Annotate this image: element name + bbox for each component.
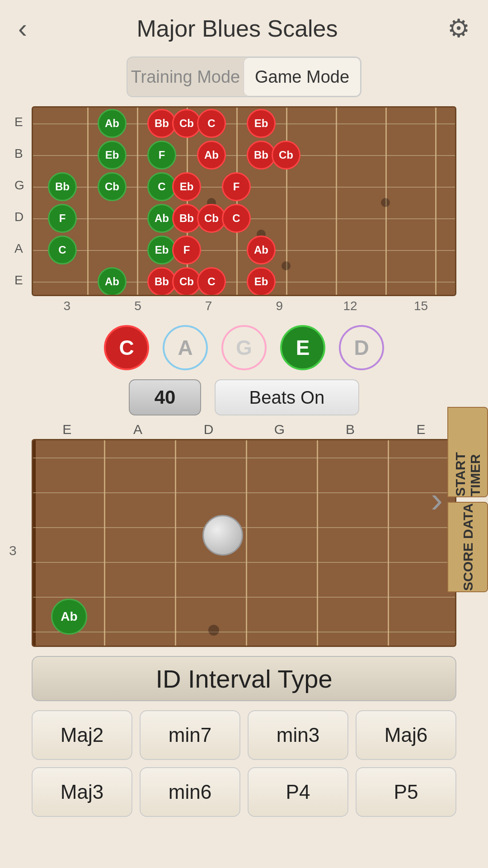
note-F-D[interactable]: F — [48, 204, 77, 233]
page-title: Major Blues Scales — [136, 15, 338, 42]
fret-line — [236, 108, 238, 295]
answer-Maj3[interactable]: Maj3 — [32, 767, 132, 817]
neck-section: E A D G B E 3 — [32, 420, 456, 647]
neck-string-labels: E A D G B E — [32, 420, 456, 439]
note-F-B[interactable]: F — [147, 141, 176, 170]
fret-line-b1 — [104, 440, 105, 646]
note-Cb-B-red[interactable]: Cb — [272, 141, 300, 170]
string-label-D: D — [14, 210, 24, 224]
neck-label-G: G — [261, 422, 297, 437]
string-labels: E B G D A E — [14, 106, 24, 296]
fret-num-3: 3 — [53, 299, 80, 313]
neck-label-B: B — [332, 422, 368, 437]
right-buttons: START TIMER SCORE DATA — [447, 407, 488, 592]
top-fretboard-container: E B G D A E — [32, 106, 456, 316]
fret-num-9: 9 — [266, 299, 293, 313]
note-Eb-G-red[interactable]: Eb — [172, 172, 201, 201]
note-C-E6[interactable]: C — [197, 109, 226, 138]
bpm-display: 40 — [129, 379, 201, 415]
neck-label-D: D — [191, 422, 227, 437]
mode-toggle: Training Mode Game Mode — [127, 57, 361, 97]
note-F-A-red[interactable]: F — [172, 236, 201, 264]
caged-G-button[interactable]: G — [221, 325, 267, 370]
fret-line-b3 — [246, 440, 247, 646]
bottom-fretboard[interactable]: Ab — [32, 439, 456, 647]
note-Eb-E6-red[interactable]: Eb — [247, 109, 276, 138]
note-Eb-E1-red[interactable]: Eb — [247, 267, 276, 296]
fret-num-7: 7 — [195, 299, 222, 313]
answer-min7[interactable]: min7 — [140, 710, 240, 760]
string-line — [33, 282, 455, 283]
caged-row: C A G E D — [0, 325, 488, 370]
nut-line — [33, 440, 36, 646]
bottom-note-Ab[interactable]: Ab — [51, 599, 87, 635]
controls-row: 40 Beats On — [0, 379, 488, 415]
fret-numbers: 3 5 7 9 12 15 — [32, 296, 456, 316]
neck-string-line — [33, 492, 455, 493]
neck-label-E: E — [49, 422, 85, 437]
fret-line-b5 — [388, 440, 389, 646]
string-label-B: B — [14, 146, 24, 161]
caged-A-button[interactable]: A — [163, 325, 208, 370]
answer-Maj6[interactable]: Maj6 — [356, 710, 456, 760]
fret-dot — [282, 261, 291, 270]
fret-line-b4 — [317, 440, 318, 646]
fret-line — [137, 108, 138, 295]
neck-string-line — [33, 458, 455, 458]
back-button[interactable]: ‹ — [18, 15, 27, 42]
fret-lines — [33, 108, 455, 295]
bottom-section: ID Interval Type Maj2 min7 min3 Maj6 Maj… — [32, 656, 456, 817]
answer-min6[interactable]: min6 — [140, 767, 240, 817]
answer-grid: Maj2 min7 min3 Maj6 Maj3 min6 P4 P5 — [32, 710, 456, 817]
fret-line-b2 — [175, 440, 176, 646]
game-mode-button[interactable]: Game Mode — [244, 57, 361, 96]
neck-string-line — [33, 562, 455, 563]
string-label-E1: E — [14, 273, 24, 288]
answer-P4[interactable]: P4 — [248, 767, 348, 817]
fret-line — [336, 108, 337, 295]
id-interval-button[interactable]: ID Interval Type — [32, 656, 456, 701]
note-Ab-E1[interactable]: Ab — [98, 267, 127, 296]
fret-line — [435, 108, 436, 295]
caged-C-button[interactable]: C — [104, 325, 149, 370]
note-Ab-B-red[interactable]: Ab — [197, 141, 226, 170]
string-label-A: A — [14, 241, 24, 256]
top-fretboard[interactable]: Ab Eb F Bb Cb C F Ab C Eb Ab Bb Cb C Eb … — [32, 106, 456, 296]
neck-string-line — [33, 632, 455, 632]
knob[interactable] — [202, 515, 243, 556]
note-Eb-B[interactable]: Eb — [98, 141, 127, 170]
training-mode-button[interactable]: Training Mode — [127, 57, 244, 96]
fret-num-12: 12 — [337, 299, 364, 313]
start-timer-button[interactable]: START TIMER — [447, 407, 488, 497]
fret-dot — [381, 198, 390, 207]
fret-num-5: 5 — [124, 299, 151, 313]
answer-Maj2[interactable]: Maj2 — [32, 710, 132, 760]
fret-line — [87, 108, 89, 295]
answer-min3[interactable]: min3 — [248, 710, 348, 760]
caged-D-button[interactable]: D — [339, 325, 384, 370]
fret-num-15: 15 — [408, 299, 435, 313]
fret-marker-3: 3 — [9, 543, 17, 558]
neck-label-A: A — [120, 422, 156, 437]
gear-icon[interactable]: ⚙ — [447, 14, 470, 43]
note-C-A[interactable]: C — [48, 236, 77, 264]
string-line — [33, 250, 455, 251]
note-Ab-A-red[interactable]: Ab — [247, 236, 276, 264]
neck-string-line — [33, 597, 455, 598]
next-button[interactable]: › — [431, 479, 443, 521]
note-Cb-G[interactable]: Cb — [98, 172, 127, 201]
note-C-D-red[interactable]: C — [222, 204, 251, 233]
header: ‹ Major Blues Scales ⚙ — [0, 0, 488, 52]
caged-E-button[interactable]: E — [280, 325, 325, 370]
note-Ab-E6[interactable]: Ab — [98, 109, 127, 138]
answer-P5[interactable]: P5 — [356, 767, 456, 817]
score-data-button[interactable]: SCORE DATA — [447, 502, 488, 592]
neck-string-line — [33, 527, 455, 528]
string-line — [33, 155, 455, 156]
note-Bb-G[interactable]: Bb — [48, 172, 77, 201]
string-line — [33, 123, 455, 124]
note-F-G-red[interactable]: F — [222, 172, 251, 201]
string-label-G: G — [14, 178, 24, 193]
note-C-E1-red[interactable]: C — [197, 267, 226, 296]
beats-on-button[interactable]: Beats On — [215, 379, 359, 415]
